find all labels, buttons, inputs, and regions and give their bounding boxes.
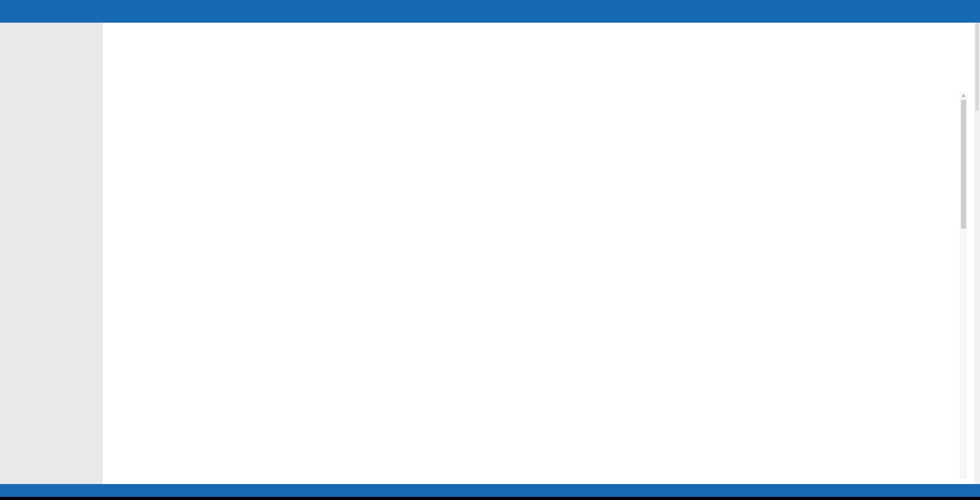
section-bydept-header — [407, 73, 747, 82]
gear-icon — [8, 7, 16, 15]
section-byshift-header — [407, 91, 747, 100]
left-column — [116, 73, 412, 145]
page-title — [116, 39, 132, 49]
logs-scrollbar-thumb[interactable] — [961, 100, 966, 229]
section-jobs-header — [116, 73, 412, 82]
person-icon[interactable] — [963, 7, 971, 15]
document-icon — [768, 73, 777, 82]
page-scrollbar-thumb[interactable] — [975, 23, 979, 111]
calendar-icon — [407, 108, 417, 117]
main-content: ▲ — [103, 23, 980, 484]
scroll-up-arrow-icon[interactable]: ▲ — [960, 93, 967, 98]
section-last5-header — [116, 105, 412, 114]
warning-icon — [116, 132, 125, 142]
wrench-icon — [407, 91, 417, 100]
calendar-icon — [7, 30, 14, 38]
chevron-left-icon[interactable] — [900, 8, 907, 15]
plant-icon — [116, 39, 126, 49]
section-workorders-header — [407, 108, 747, 117]
bottom-strip — [0, 497, 980, 500]
section-failure-header — [116, 132, 412, 142]
line-chart-icon — [407, 73, 417, 82]
sidebar-header — [0, 23, 103, 43]
stopwatch-icon — [116, 73, 125, 82]
nav-right — [900, 7, 980, 16]
chevron-right-icon[interactable] — [917, 8, 924, 15]
page-scrollbar[interactable] — [974, 23, 980, 484]
logs-scrollbar[interactable]: ▲ — [960, 92, 967, 479]
sidebar — [0, 23, 103, 484]
bell-icon[interactable] — [934, 7, 943, 16]
clock-icon — [116, 105, 125, 114]
middle-column — [407, 73, 747, 120]
right-column: ▲ — [768, 73, 967, 88]
brand-block[interactable] — [0, 7, 21, 15]
top-navigation-bar — [0, 0, 980, 23]
section-logs-header — [768, 73, 967, 82]
bottom-toolbar — [0, 484, 980, 497]
